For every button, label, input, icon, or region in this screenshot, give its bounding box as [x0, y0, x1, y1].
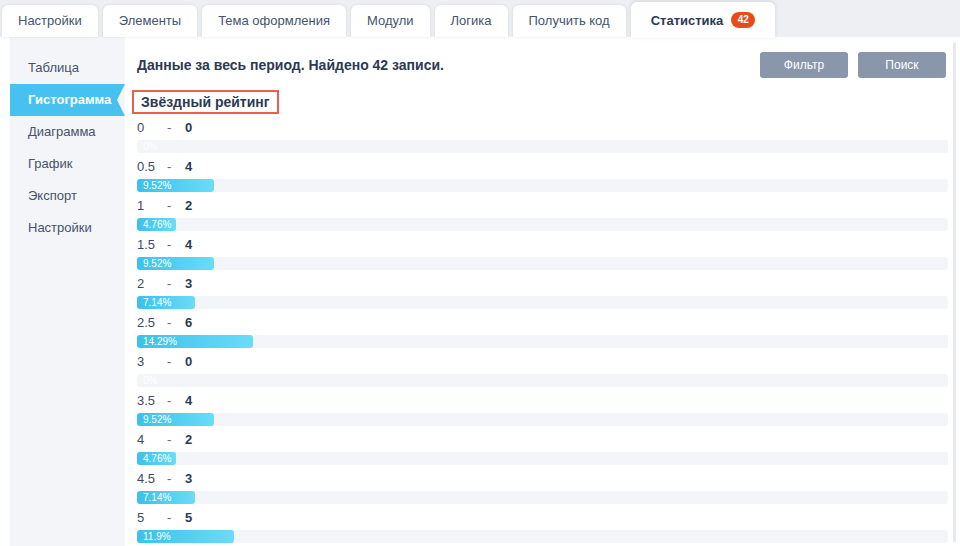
bucket-count: 5	[185, 510, 192, 525]
bucket-separator: -	[167, 159, 185, 175]
bucket-range: 2	[137, 276, 167, 292]
sidebar-menu: ТаблицаГистограммаДиаграммаГрафикЭкспорт…	[10, 37, 125, 546]
tab-label: Тема оформления	[218, 13, 330, 28]
bucket-separator: -	[167, 354, 185, 370]
histogram-row-label: 2-3	[137, 276, 948, 292]
bucket-range: 0	[137, 120, 167, 136]
sidebar-item-tablica[interactable]: Таблица	[10, 52, 125, 84]
bucket-range: 4.5	[137, 471, 167, 487]
bucket-count: 3	[185, 276, 192, 291]
tab-label: Элементы	[119, 13, 181, 28]
bucket-separator: -	[167, 510, 185, 526]
tab-nastroyki[interactable]: Настройки	[2, 5, 98, 37]
tab-label: Настройки	[18, 13, 82, 28]
bucket-range: 3.5	[137, 393, 167, 409]
main-panel: Данные за весь период. Найдено 42 записи…	[137, 37, 948, 546]
histogram-row-label: 4-2	[137, 432, 948, 448]
sidebar-item-diagramma[interactable]: Диаграмма	[10, 116, 125, 148]
histogram-row: 1-24.76%	[137, 198, 948, 231]
search-button[interactable]: Поиск	[858, 52, 946, 78]
bucket-separator: -	[167, 120, 185, 136]
histogram-row: 5-511.9%	[137, 510, 948, 543]
histogram-bar-track: 0%	[137, 140, 948, 153]
histogram-row: 0-00%	[137, 120, 948, 153]
bucket-range: 3	[137, 354, 167, 370]
histogram-rows: 0-00%0.5-49.52%1-24.76%1.5-49.52%2-37.14…	[137, 120, 948, 543]
tab-tema[interactable]: Тема оформления	[202, 5, 346, 37]
bucket-count: 3	[185, 471, 192, 486]
bucket-count: 6	[185, 315, 192, 330]
histogram-bar-track: 11.9%	[137, 530, 948, 543]
histogram-bar-track: 4.76%	[137, 452, 948, 465]
histogram-bar-percent-label: 11.9%	[143, 530, 171, 543]
histogram-row: 4-24.76%	[137, 432, 948, 465]
tab-poluchit-kod[interactable]: Получить код	[513, 5, 626, 37]
histogram-row: 3-00%	[137, 354, 948, 387]
filter-button[interactable]: Фильтр	[760, 52, 848, 78]
bucket-count: 4	[185, 237, 192, 252]
bucket-separator: -	[167, 393, 185, 409]
histogram-row-label: 0-0	[137, 120, 948, 136]
tab-logika[interactable]: Логика	[435, 5, 508, 37]
sidebar-item-gistogramma[interactable]: Гистограмма	[10, 84, 125, 116]
tab-label: Получить код	[529, 13, 610, 28]
scrollbar[interactable]	[953, 42, 956, 542]
histogram-bar-track: 14.29%	[137, 335, 948, 348]
histogram-row: 1.5-49.52%	[137, 237, 948, 270]
tab-elementy[interactable]: Элементы	[103, 5, 197, 37]
histogram-row: 2.5-614.29%	[137, 315, 948, 348]
sidebar-item-eksport[interactable]: Экспорт	[10, 180, 125, 212]
histogram-bar-percent-label: 7.14%	[143, 491, 171, 504]
bucket-count: 4	[185, 159, 192, 174]
histogram-bar-percent-label: 9.52%	[143, 413, 171, 426]
sidebar-item-nastroyki[interactable]: Настройки	[10, 212, 125, 244]
histogram-bar-track: 9.52%	[137, 413, 948, 426]
bucket-separator: -	[167, 471, 185, 487]
bucket-separator: -	[167, 315, 185, 331]
bucket-count: 0	[185, 120, 192, 135]
bucket-range: 1.5	[137, 237, 167, 253]
histogram-bar-percent-label: 0%	[143, 140, 157, 153]
histogram-row-label: 5-5	[137, 510, 948, 526]
histogram-row-label: 1.5-4	[137, 237, 948, 253]
bucket-range: 5	[137, 510, 167, 526]
histogram-bar-percent-label: 7.14%	[143, 296, 171, 309]
histogram-bar-percent-label: 0%	[143, 374, 157, 387]
histogram-bar-percent-label: 14.29%	[143, 335, 177, 348]
bucket-range: 2.5	[137, 315, 167, 331]
histogram-row-label: 3.5-4	[137, 393, 948, 409]
histogram-bar-track: 9.52%	[137, 179, 948, 192]
records-count-badge: 42	[731, 12, 755, 28]
histogram-row-label: 0.5-4	[137, 159, 948, 175]
tab-statistika[interactable]: Статистика42	[631, 2, 776, 38]
histogram-row: 4.5-37.14%	[137, 471, 948, 504]
histogram-row: 3.5-49.52%	[137, 393, 948, 426]
histogram-row-label: 2.5-6	[137, 315, 948, 331]
histogram-row: 2-37.14%	[137, 276, 948, 309]
histogram-bar-percent-label: 9.52%	[143, 257, 171, 270]
tab-bar: НастройкиЭлементыТема оформленияМодулиЛо…	[0, 0, 960, 37]
bucket-separator: -	[167, 432, 185, 448]
histogram-bar-percent-label: 9.52%	[143, 179, 171, 192]
section-title-highlight: Звёздный рейтинг	[132, 90, 279, 114]
tab-moduli[interactable]: Модули	[351, 5, 430, 37]
histogram-bar-percent-label: 4.76%	[143, 218, 171, 231]
bucket-separator: -	[167, 198, 185, 214]
histogram-row-label: 4.5-3	[137, 471, 948, 487]
bucket-count: 4	[185, 393, 192, 408]
histogram-bar-track: 4.76%	[137, 218, 948, 231]
bucket-range: 0.5	[137, 159, 167, 175]
tab-label: Статистика	[651, 13, 724, 28]
bucket-count: 2	[185, 198, 192, 213]
histogram-bar-percent-label: 4.76%	[143, 452, 171, 465]
bucket-separator: -	[167, 276, 185, 292]
bucket-range: 4	[137, 432, 167, 448]
histogram-row-label: 3-0	[137, 354, 948, 370]
tab-label: Модули	[367, 13, 414, 28]
bucket-count: 2	[185, 432, 192, 447]
tab-label: Логика	[451, 13, 492, 28]
sidebar-item-grafik[interactable]: График	[10, 148, 125, 180]
histogram-bar-track: 0%	[137, 374, 948, 387]
content-area: ТаблицаГистограммаДиаграммаГрафикЭкспорт…	[0, 37, 960, 546]
bucket-separator: -	[167, 237, 185, 253]
